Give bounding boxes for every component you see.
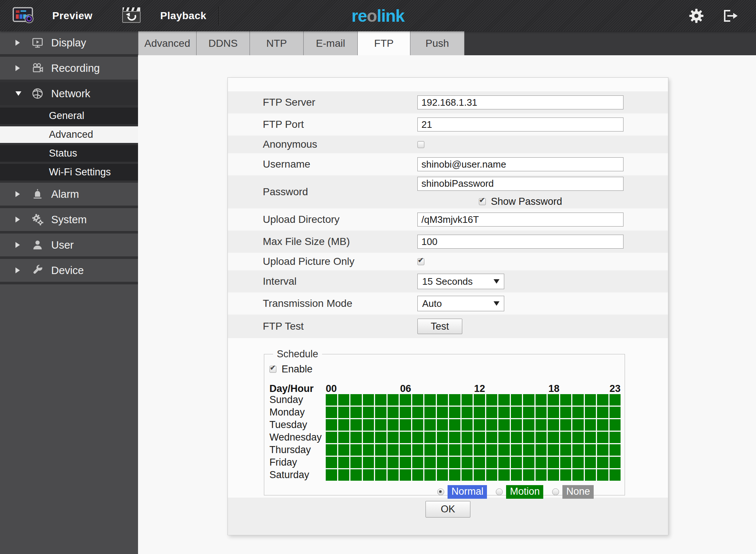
schedule-cell[interactable]: [486, 432, 498, 443]
schedule-cell[interactable]: [597, 444, 608, 456]
schedule-cell[interactable]: [486, 394, 498, 406]
transmission-mode-select[interactable]: Auto: [417, 296, 504, 311]
schedule-cell[interactable]: [597, 419, 608, 431]
schedule-cell[interactable]: [548, 419, 559, 431]
schedule-cell[interactable]: [572, 394, 584, 406]
schedule-cell[interactable]: [437, 432, 448, 443]
schedule-cell[interactable]: [400, 407, 411, 418]
schedule-cell[interactable]: [597, 457, 608, 468]
sidebar-item-general[interactable]: General: [0, 108, 138, 126]
schedule-cell[interactable]: [350, 407, 362, 418]
schedule-cell[interactable]: [350, 394, 362, 406]
schedule-cell[interactable]: [363, 407, 374, 418]
schedule-cell[interactable]: [400, 432, 411, 443]
sidebar-item-advanced[interactable]: Advanced: [0, 126, 138, 145]
schedule-cell[interactable]: [548, 394, 559, 406]
schedule-cell[interactable]: [375, 469, 386, 481]
schedule-cell[interactable]: [326, 419, 337, 431]
schedule-cell[interactable]: [560, 432, 572, 443]
max-file-size-input[interactable]: [417, 235, 623, 249]
sidebar-item-recording[interactable]: Recording: [0, 57, 138, 82]
schedule-cell[interactable]: [548, 432, 559, 443]
motion-radio[interactable]: [496, 488, 503, 495]
schedule-cell[interactable]: [474, 407, 485, 418]
schedule-cell[interactable]: [560, 469, 572, 481]
schedule-cell[interactable]: [400, 469, 411, 481]
schedule-enable-checkbox[interactable]: [269, 366, 276, 373]
schedule-cell[interactable]: [610, 407, 621, 418]
ftp-port-input[interactable]: [417, 118, 623, 132]
schedule-cell[interactable]: [511, 469, 522, 481]
schedule-cell[interactable]: [412, 444, 424, 456]
schedule-cell[interactable]: [486, 444, 498, 456]
schedule-cell[interactable]: [424, 419, 436, 431]
schedule-cell[interactable]: [511, 432, 522, 443]
schedule-cell[interactable]: [462, 469, 473, 481]
schedule-cell[interactable]: [474, 419, 485, 431]
schedule-cell[interactable]: [511, 394, 522, 406]
schedule-cell[interactable]: [548, 407, 559, 418]
schedule-cell[interactable]: [338, 407, 350, 418]
schedule-cell[interactable]: [536, 394, 547, 406]
schedule-cell[interactable]: [560, 407, 572, 418]
ok-button[interactable]: OK: [425, 501, 470, 518]
schedule-cell[interactable]: [498, 469, 510, 481]
schedule-cell[interactable]: [585, 394, 596, 406]
schedule-cell[interactable]: [412, 407, 424, 418]
schedule-cell[interactable]: [437, 394, 448, 406]
schedule-cell[interactable]: [498, 394, 510, 406]
schedule-cell[interactable]: [572, 407, 584, 418]
schedule-cell[interactable]: [474, 444, 485, 456]
tab-ftp[interactable]: FTP: [358, 31, 410, 55]
schedule-cell[interactable]: [449, 432, 460, 443]
schedule-cell[interactable]: [511, 444, 522, 456]
schedule-cell[interactable]: [486, 457, 498, 468]
schedule-cell[interactable]: [326, 407, 337, 418]
schedule-cell[interactable]: [449, 407, 460, 418]
schedule-cell[interactable]: [363, 419, 374, 431]
schedule-cell[interactable]: [388, 419, 399, 431]
schedule-cell[interactable]: [560, 394, 572, 406]
upload-directory-input[interactable]: [417, 213, 623, 227]
schedule-cell[interactable]: [449, 394, 460, 406]
schedule-cell[interactable]: [585, 407, 596, 418]
tab-push[interactable]: Push: [410, 31, 464, 55]
schedule-cell[interactable]: [462, 432, 473, 443]
schedule-cell[interactable]: [375, 407, 386, 418]
schedule-cell[interactable]: [548, 469, 559, 481]
schedule-cell[interactable]: [437, 444, 448, 456]
schedule-cell[interactable]: [388, 457, 399, 468]
schedule-cell[interactable]: [572, 469, 584, 481]
ftp-test-button[interactable]: Test: [417, 319, 462, 334]
schedule-cell[interactable]: [400, 419, 411, 431]
schedule-cell[interactable]: [437, 457, 448, 468]
schedule-cell[interactable]: [375, 394, 386, 406]
schedule-cell[interactable]: [572, 444, 584, 456]
schedule-cell[interactable]: [498, 457, 510, 468]
gear-icon[interactable]: [689, 8, 704, 23]
schedule-cell[interactable]: [585, 469, 596, 481]
schedule-cell[interactable]: [536, 432, 547, 443]
schedule-cell[interactable]: [610, 469, 621, 481]
schedule-cell[interactable]: [449, 419, 460, 431]
schedule-cell[interactable]: [437, 407, 448, 418]
password-input[interactable]: [417, 177, 623, 191]
schedule-cell[interactable]: [338, 432, 350, 443]
schedule-cell[interactable]: [449, 469, 460, 481]
tab-ntp[interactable]: NTP: [250, 31, 304, 55]
schedule-cell[interactable]: [424, 394, 436, 406]
schedule-cell[interactable]: [498, 419, 510, 431]
schedule-cell[interactable]: [400, 457, 411, 468]
schedule-cell[interactable]: [536, 469, 547, 481]
show-password-checkbox[interactable]: [479, 198, 486, 205]
schedule-cell[interactable]: [585, 419, 596, 431]
schedule-cell[interactable]: [523, 444, 534, 456]
schedule-cell[interactable]: [523, 394, 534, 406]
schedule-cell[interactable]: [486, 407, 498, 418]
schedule-cell[interactable]: [388, 394, 399, 406]
tab-ddns[interactable]: DDNS: [197, 31, 250, 55]
schedule-cell[interactable]: [424, 444, 436, 456]
sidebar-item-system[interactable]: System: [0, 208, 138, 234]
ftp-server-input[interactable]: [417, 95, 623, 109]
schedule-cell[interactable]: [498, 407, 510, 418]
